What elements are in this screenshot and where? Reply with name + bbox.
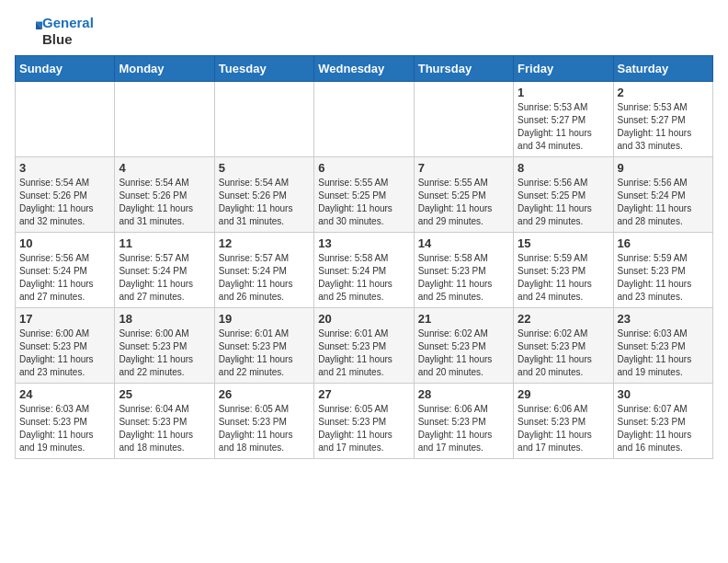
- day-cell: 29Sunrise: 6:06 AM Sunset: 5:23 PM Dayli…: [514, 384, 613, 459]
- day-cell: 8Sunrise: 5:56 AM Sunset: 5:25 PM Daylig…: [514, 157, 613, 233]
- day-info: Sunrise: 5:54 AM Sunset: 5:26 PM Dayligh…: [19, 177, 110, 228]
- day-number: 13: [318, 236, 409, 250]
- day-info: Sunrise: 5:55 AM Sunset: 5:25 PM Dayligh…: [318, 177, 409, 228]
- day-number: 1: [518, 86, 609, 99]
- day-cell: 12Sunrise: 5:57 AM Sunset: 5:24 PM Dayli…: [214, 233, 313, 308]
- calendar-header: SundayMondayTuesdayWednesdayThursdayFrid…: [16, 56, 713, 82]
- day-number: 20: [318, 312, 409, 326]
- day-cell: 4Sunrise: 5:54 AM Sunset: 5:26 PM Daylig…: [115, 157, 214, 233]
- day-info: Sunrise: 5:54 AM Sunset: 5:26 PM Dayligh…: [119, 177, 210, 228]
- week-row-4: 24Sunrise: 6:03 AM Sunset: 5:23 PM Dayli…: [16, 384, 713, 459]
- day-cell: 15Sunrise: 5:59 AM Sunset: 5:23 PM Dayli…: [514, 233, 613, 308]
- day-info: Sunrise: 6:00 AM Sunset: 5:23 PM Dayligh…: [19, 327, 110, 379]
- day-info: Sunrise: 6:07 AM Sunset: 5:23 PM Dayligh…: [618, 403, 709, 454]
- day-cell: [314, 82, 414, 157]
- week-row-1: 3Sunrise: 5:54 AM Sunset: 5:26 PM Daylig…: [16, 157, 713, 233]
- day-number: 10: [19, 236, 110, 250]
- day-info: Sunrise: 6:02 AM Sunset: 5:23 PM Dayligh…: [418, 327, 509, 379]
- day-number: 9: [618, 161, 709, 175]
- day-info: Sunrise: 5:56 AM Sunset: 5:25 PM Dayligh…: [518, 177, 609, 228]
- day-info: Sunrise: 6:05 AM Sunset: 5:23 PM Dayligh…: [219, 403, 310, 454]
- day-info: Sunrise: 6:05 AM Sunset: 5:23 PM Dayligh…: [318, 403, 409, 454]
- day-cell: 25Sunrise: 6:04 AM Sunset: 5:23 PM Dayli…: [115, 384, 214, 459]
- day-info: Sunrise: 5:53 AM Sunset: 5:27 PM Dayligh…: [618, 101, 709, 153]
- day-info: Sunrise: 5:59 AM Sunset: 5:23 PM Dayligh…: [518, 252, 609, 304]
- calendar-table: SundayMondayTuesdayWednesdayThursdayFrid…: [15, 55, 713, 459]
- day-cell: 21Sunrise: 6:02 AM Sunset: 5:23 PM Dayli…: [414, 308, 513, 384]
- day-number: 27: [318, 387, 409, 401]
- page-header: GeneralBlue: [15, 15, 713, 48]
- day-info: Sunrise: 6:00 AM Sunset: 5:23 PM Dayligh…: [119, 327, 210, 379]
- day-number: 4: [119, 161, 210, 175]
- day-cell: 24Sunrise: 6:03 AM Sunset: 5:23 PM Dayli…: [16, 384, 115, 459]
- day-number: 7: [418, 161, 509, 175]
- logo-text: GeneralBlue: [42, 15, 94, 48]
- day-number: 25: [119, 387, 210, 401]
- day-cell: [414, 82, 513, 157]
- day-info: Sunrise: 5:59 AM Sunset: 5:23 PM Dayligh…: [618, 252, 709, 304]
- day-cell: 5Sunrise: 5:54 AM Sunset: 5:26 PM Daylig…: [214, 157, 313, 233]
- day-info: Sunrise: 5:58 AM Sunset: 5:23 PM Dayligh…: [418, 252, 509, 304]
- day-number: 29: [518, 387, 609, 401]
- week-row-2: 10Sunrise: 5:56 AM Sunset: 5:24 PM Dayli…: [16, 233, 713, 308]
- day-number: 3: [19, 161, 110, 175]
- day-number: 5: [219, 161, 310, 175]
- logo-icon: [17, 17, 42, 42]
- header-row: SundayMondayTuesdayWednesdayThursdayFrid…: [16, 56, 713, 82]
- day-cell: 2Sunrise: 5:53 AM Sunset: 5:27 PM Daylig…: [613, 82, 712, 157]
- day-cell: 13Sunrise: 5:58 AM Sunset: 5:24 PM Dayli…: [314, 233, 414, 308]
- day-cell: 3Sunrise: 5:54 AM Sunset: 5:26 PM Daylig…: [16, 157, 115, 233]
- day-cell: 7Sunrise: 5:55 AM Sunset: 5:25 PM Daylig…: [414, 157, 513, 233]
- day-number: 23: [618, 312, 709, 326]
- day-number: 12: [219, 236, 310, 250]
- day-cell: 16Sunrise: 5:59 AM Sunset: 5:23 PM Dayli…: [613, 233, 712, 308]
- header-saturday: Saturday: [613, 56, 712, 82]
- day-number: 24: [19, 387, 110, 401]
- day-info: Sunrise: 6:01 AM Sunset: 5:23 PM Dayligh…: [318, 327, 409, 379]
- day-number: 28: [418, 387, 509, 401]
- day-number: 16: [618, 236, 709, 250]
- day-cell: 17Sunrise: 6:00 AM Sunset: 5:23 PM Dayli…: [16, 308, 115, 384]
- day-number: 18: [119, 312, 210, 326]
- day-cell: 27Sunrise: 6:05 AM Sunset: 5:23 PM Dayli…: [314, 384, 414, 459]
- day-info: Sunrise: 6:04 AM Sunset: 5:23 PM Dayligh…: [119, 403, 210, 454]
- day-number: 11: [119, 236, 210, 250]
- day-info: Sunrise: 5:56 AM Sunset: 5:24 PM Dayligh…: [19, 252, 110, 304]
- day-info: Sunrise: 5:55 AM Sunset: 5:25 PM Dayligh…: [418, 177, 509, 228]
- day-cell: 28Sunrise: 6:06 AM Sunset: 5:23 PM Dayli…: [414, 384, 513, 459]
- day-cell: 18Sunrise: 6:00 AM Sunset: 5:23 PM Dayli…: [115, 308, 214, 384]
- day-number: 17: [19, 312, 110, 326]
- day-info: Sunrise: 6:01 AM Sunset: 5:23 PM Dayligh…: [219, 327, 310, 379]
- day-number: 22: [518, 312, 609, 326]
- day-info: Sunrise: 5:53 AM Sunset: 5:27 PM Dayligh…: [518, 101, 609, 153]
- day-cell: 20Sunrise: 6:01 AM Sunset: 5:23 PM Dayli…: [314, 308, 414, 384]
- day-number: 6: [318, 161, 409, 175]
- day-cell: 30Sunrise: 6:07 AM Sunset: 5:23 PM Dayli…: [613, 384, 712, 459]
- week-row-3: 17Sunrise: 6:00 AM Sunset: 5:23 PM Dayli…: [16, 308, 713, 384]
- day-info: Sunrise: 6:06 AM Sunset: 5:23 PM Dayligh…: [518, 403, 609, 454]
- day-number: 8: [518, 161, 609, 175]
- header-friday: Friday: [514, 56, 613, 82]
- day-info: Sunrise: 5:58 AM Sunset: 5:24 PM Dayligh…: [318, 252, 409, 304]
- header-thursday: Thursday: [414, 56, 513, 82]
- day-number: 19: [219, 312, 310, 326]
- day-info: Sunrise: 5:54 AM Sunset: 5:26 PM Dayligh…: [219, 177, 310, 228]
- day-cell: 6Sunrise: 5:55 AM Sunset: 5:25 PM Daylig…: [314, 157, 414, 233]
- day-cell: 1Sunrise: 5:53 AM Sunset: 5:27 PM Daylig…: [514, 82, 613, 157]
- day-cell: 26Sunrise: 6:05 AM Sunset: 5:23 PM Dayli…: [214, 384, 313, 459]
- day-cell: 11Sunrise: 5:57 AM Sunset: 5:24 PM Dayli…: [115, 233, 214, 308]
- day-cell: 9Sunrise: 5:56 AM Sunset: 5:24 PM Daylig…: [613, 157, 712, 233]
- day-cell: 10Sunrise: 5:56 AM Sunset: 5:24 PM Dayli…: [16, 233, 115, 308]
- day-cell: [16, 82, 115, 157]
- day-info: Sunrise: 5:57 AM Sunset: 5:24 PM Dayligh…: [219, 252, 310, 304]
- day-number: 2: [618, 86, 709, 99]
- day-number: 14: [418, 236, 509, 250]
- header-wednesday: Wednesday: [314, 56, 414, 82]
- day-number: 21: [418, 312, 509, 326]
- day-cell: [115, 82, 214, 157]
- calendar-body: 1Sunrise: 5:53 AM Sunset: 5:27 PM Daylig…: [16, 82, 713, 459]
- day-cell: 23Sunrise: 6:03 AM Sunset: 5:23 PM Dayli…: [613, 308, 712, 384]
- day-number: 26: [219, 387, 310, 401]
- logo: GeneralBlue: [15, 15, 94, 48]
- week-row-0: 1Sunrise: 5:53 AM Sunset: 5:27 PM Daylig…: [16, 82, 713, 157]
